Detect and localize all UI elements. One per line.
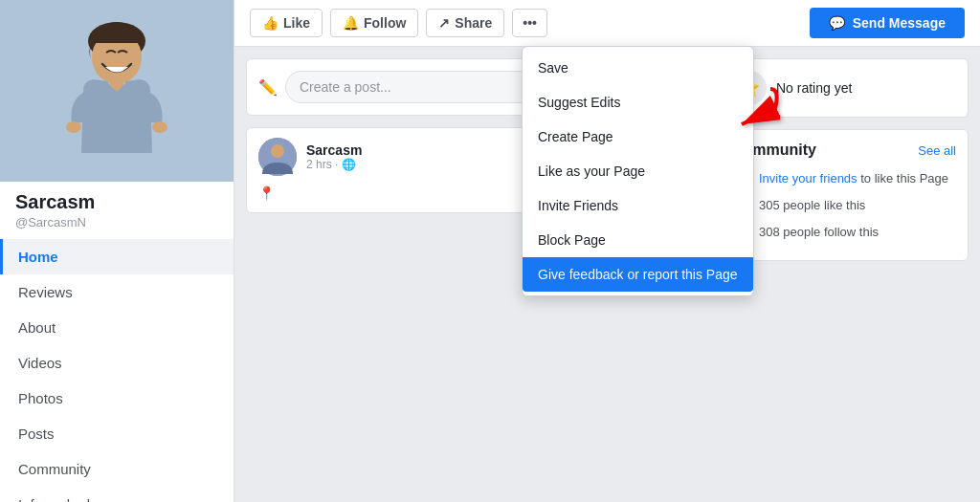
svg-point-4 xyxy=(152,121,167,133)
page-handle: @SarcasmN xyxy=(0,215,234,239)
invite-link[interactable]: Invite your friends xyxy=(759,171,858,186)
see-all-link[interactable]: See all xyxy=(918,143,956,158)
post-avatar-img xyxy=(258,138,297,176)
like-button[interactable]: 👍 Like xyxy=(250,9,323,37)
sidebar-item-home[interactable]: Home xyxy=(0,239,234,274)
sidebar: Sarcasm @SarcasmN Home Reviews About Vid… xyxy=(0,0,234,502)
profile-avatar-img xyxy=(64,5,169,177)
follow-button[interactable]: 🔔 Follow xyxy=(330,9,418,37)
sidebar-item-videos[interactable]: Videos xyxy=(0,345,234,381)
invite-friends-label: Invite Friends xyxy=(538,198,618,213)
share-icon: ↗ xyxy=(438,15,450,31)
profile-cover xyxy=(0,0,234,182)
sidebar-item-community[interactable]: Community xyxy=(0,451,234,487)
share-label: Share xyxy=(455,15,492,31)
thumbs-up-icon: 👍 xyxy=(262,15,278,31)
pencil-icon: ✏️ xyxy=(258,78,278,97)
sidebar-navigation: Home Reviews About Videos Photos Posts C… xyxy=(0,239,234,502)
follow-label: Follow xyxy=(364,15,406,31)
invite-text: Invite your friends to like this Page xyxy=(759,171,948,186)
save-label: Save xyxy=(538,60,568,76)
share-button[interactable]: ↗ Share xyxy=(426,9,504,37)
sidebar-item-info-ads[interactable]: Info and ads xyxy=(0,487,234,502)
bell-icon: 🔔 xyxy=(343,15,359,31)
action-bar: 👍 Like 🔔 Follow ↗ Share ••• Save Sugges xyxy=(234,0,980,47)
create-page-label: Create Page xyxy=(538,129,613,144)
community-item-likes: 👍 305 people like this xyxy=(732,195,956,214)
dropdown-item-like-as-page[interactable]: Like as your Page xyxy=(523,154,753,188)
community-box: Community See all 👥 Invite your friends … xyxy=(720,129,969,261)
give-feedback-label: Give feedback or report this Page xyxy=(538,267,738,282)
follows-count-text: 308 people follow this xyxy=(759,225,879,239)
block-page-label: Block Page xyxy=(538,232,606,248)
dropdown-item-save[interactable]: Save xyxy=(523,51,753,85)
community-header: Community See all xyxy=(732,142,956,159)
sidebar-item-photos[interactable]: Photos xyxy=(0,381,234,416)
ellipsis-icon: ••• xyxy=(523,15,537,31)
svg-point-7 xyxy=(271,144,284,158)
app-layout: Sarcasm @SarcasmN Home Reviews About Vid… xyxy=(0,0,980,502)
profile-section: Sarcasm @SarcasmN xyxy=(0,0,234,239)
post-avatar xyxy=(258,138,297,176)
red-arrow-indicator xyxy=(703,84,780,135)
dropdown-item-give-feedback[interactable]: Give feedback or report this Page xyxy=(523,257,753,292)
sidebar-item-about[interactable]: About xyxy=(0,310,234,345)
svg-point-3 xyxy=(66,121,81,133)
like-label: Like xyxy=(283,15,310,31)
send-message-button[interactable]: 💬 Send Message xyxy=(810,8,965,38)
more-button[interactable]: ••• xyxy=(512,9,547,37)
create-post-placeholder: Create a post... xyxy=(300,79,391,95)
dropdown-item-block-page[interactable]: Block Page xyxy=(523,223,753,257)
dropdown-item-invite-friends[interactable]: Invite Friends xyxy=(523,188,753,223)
no-rating-text: No rating yet xyxy=(776,80,852,96)
like-as-page-label: Like as your Page xyxy=(538,164,645,179)
community-item-invite: 👥 Invite your friends to like this Page xyxy=(732,168,956,187)
suggest-edits-label: Suggest Edits xyxy=(538,95,620,110)
invite-suffix: to like this Page xyxy=(860,171,948,186)
sidebar-item-reviews[interactable]: Reviews xyxy=(0,274,234,310)
post-text: 📍 xyxy=(258,186,275,201)
page-name: Sarcasm xyxy=(0,182,234,215)
main-content: 👍 Like 🔔 Follow ↗ Share ••• Save Sugges xyxy=(234,0,980,502)
messenger-icon: 💬 xyxy=(829,15,845,31)
community-item-follows: 👁 308 people follow this xyxy=(732,222,956,241)
send-message-label: Send Message xyxy=(853,15,946,31)
sidebar-item-posts[interactable]: Posts xyxy=(0,416,234,451)
likes-count-text: 305 people like this xyxy=(759,198,865,212)
